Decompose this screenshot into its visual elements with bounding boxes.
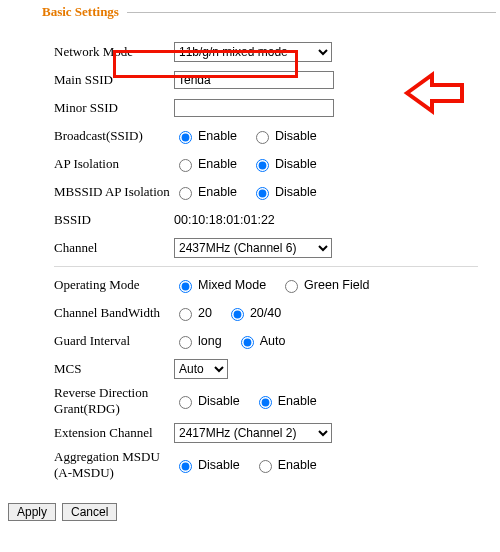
opmode-mixed-radio[interactable] [179,280,192,293]
enable-label: Enable [278,458,317,472]
amsdu-enable-radio[interactable] [259,460,272,473]
label-mcs: MCS [54,361,174,377]
rdg-radios: Disable Enable [174,393,317,409]
label-bssid: BSSID [54,212,174,228]
gi-long-radio[interactable] [179,336,192,349]
label-channel-bandwidth: Channel BandWidth [54,305,174,321]
label-rdg-line2: Grant(RDG) [54,401,174,417]
title-divider [127,12,496,13]
disable-label: Disable [275,185,317,199]
extension-channel-select[interactable]: 2417MHz (Channel 2) [174,423,332,443]
action-bar: Apply Cancel [0,493,500,529]
label-broadcast-ssid: Broadcast(SSID) [54,128,174,144]
guard-interval-radios: long Auto [174,333,285,349]
gi-auto-radio[interactable] [241,336,254,349]
bw-20-radio[interactable] [179,308,192,321]
bandwidth-radios: 20 20/40 [174,305,281,321]
mixed-mode-label: Mixed Mode [198,278,266,292]
section-divider [54,266,478,267]
label-amsdu-line2: (A-MSDU) [54,465,174,481]
bw20-label: 20 [198,306,212,320]
title-bar: Basic Settings [0,0,500,22]
rdg-enable-radio[interactable] [259,396,272,409]
disable-label: Disable [198,458,240,472]
bw2040-label: 20/40 [250,306,281,320]
label-guard-interval: Guard Interval [54,333,174,349]
enable-label: Enable [198,185,237,199]
long-label: long [198,334,222,348]
green-field-label: Green Field [304,278,369,292]
broadcast-enable-radio[interactable] [179,131,192,144]
rdg-disable-radio[interactable] [179,396,192,409]
bw-2040-radio[interactable] [231,308,244,321]
cancel-button[interactable]: Cancel [62,503,117,521]
mbssid-radios: Enable Disable [174,184,317,200]
mbssid-disable-radio[interactable] [256,187,269,200]
amsdu-disable-radio[interactable] [179,460,192,473]
enable-label: Enable [198,157,237,171]
bssid-value: 00:10:18:01:01:22 [174,213,275,227]
amsdu-radios: Disable Enable [174,457,317,473]
opmode-greenfield-radio[interactable] [285,280,298,293]
ap-isolation-disable-radio[interactable] [256,159,269,172]
minor-ssid-input[interactable] [174,99,334,117]
label-amsdu: Aggregation MSDU (A-MSDU) [54,449,174,481]
label-operating-mode: Operating Mode [54,277,174,293]
enable-label: Enable [278,394,317,408]
enable-label: Enable [198,129,237,143]
broadcast-ssid-radios: Enable Disable [174,128,317,144]
main-ssid-input[interactable] [174,71,334,89]
network-mode-select[interactable]: 11b/g/n mixed mode [174,42,332,62]
label-rdg-line1: Reverse Direction [54,385,174,401]
label-amsdu-line1: Aggregation MSDU [54,449,174,465]
label-channel: Channel [54,240,174,256]
label-ap-isolation: AP Isolation [54,156,174,172]
apply-button[interactable]: Apply [8,503,56,521]
broadcast-disable-radio[interactable] [256,131,269,144]
ap-isolation-radios: Enable Disable [174,156,317,172]
disable-label: Disable [275,129,317,143]
label-minor-ssid: Minor SSID [54,100,174,116]
page-title: Basic Settings [0,4,119,20]
ap-isolation-enable-radio[interactable] [179,159,192,172]
label-network-mode: Network Mode [54,44,174,60]
label-rdg: Reverse Direction Grant(RDG) [54,385,174,417]
mbssid-enable-radio[interactable] [179,187,192,200]
label-mbssid-ap-isolation: MBSSID AP Isolation [54,184,174,200]
label-extension-channel: Extension Channel [54,425,174,441]
auto-label: Auto [260,334,286,348]
channel-select[interactable]: 2437MHz (Channel 6) [174,238,332,258]
settings-form: Network Mode 11b/g/n mixed mode Main SSI… [0,22,500,493]
operating-mode-radios: Mixed Mode Green Field [174,277,369,293]
disable-label: Disable [198,394,240,408]
disable-label: Disable [275,157,317,171]
mcs-select[interactable]: Auto [174,359,228,379]
label-main-ssid: Main SSID [54,72,174,88]
